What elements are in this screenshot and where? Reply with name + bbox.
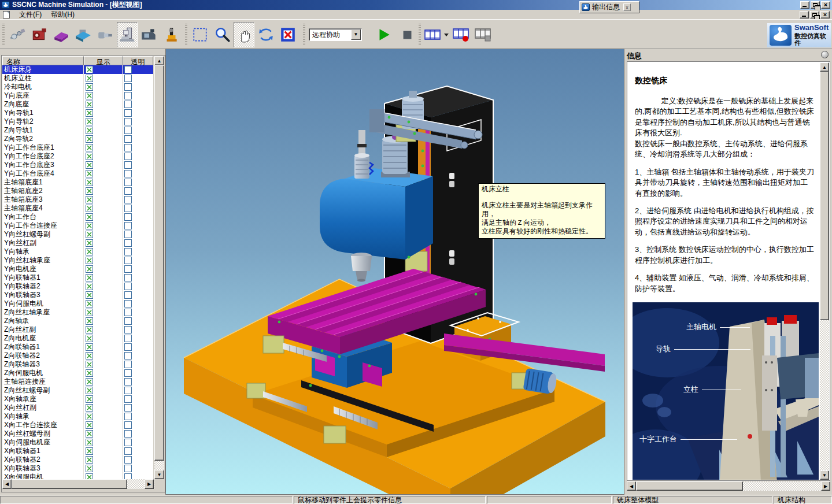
scroll-track[interactable] (743, 481, 821, 491)
show-checkbox[interactable] (86, 369, 93, 377)
table-row[interactable]: Y向电机座 (2, 265, 153, 273)
show-checkbox[interactable] (86, 421, 93, 429)
scroll-down-icon[interactable]: ▼ (820, 470, 829, 480)
show-checkbox[interactable] (86, 387, 93, 394)
table-row[interactable]: Y向轴承 (2, 247, 153, 256)
part-name[interactable]: Z向轴承 (2, 317, 84, 325)
show-checkbox[interactable] (86, 66, 93, 73)
part-name[interactable]: Z向丝杠轴承座 (2, 308, 84, 317)
show-checkbox[interactable] (86, 343, 93, 351)
child-minimize-button[interactable] (800, 11, 809, 18)
show-checkbox[interactable] (86, 283, 93, 290)
show-checkbox[interactable] (86, 135, 93, 143)
show-checkbox[interactable] (86, 309, 93, 316)
show-checkbox[interactable] (86, 83, 93, 91)
part-name[interactable]: Y向联轴器3 (2, 291, 84, 299)
part-name[interactable]: Y向伺服电机 (2, 299, 84, 308)
transparent-checkbox[interactable] (124, 196, 132, 203)
part-name[interactable]: X向伺服电机 (2, 473, 84, 479)
transparent-checkbox[interactable] (124, 66, 132, 73)
table-row[interactable]: Z向导轨2 (2, 135, 153, 143)
show-checkbox[interactable] (86, 413, 93, 420)
scroll-down-icon[interactable]: ▼ (154, 470, 164, 479)
show-checkbox[interactable] (86, 456, 93, 464)
table-row[interactable]: Y向联轴器1 (2, 273, 153, 282)
transparent-checkbox[interactable] (124, 343, 132, 351)
part-name[interactable]: X向轴承座 (2, 395, 84, 403)
transparent-checkbox[interactable] (124, 83, 132, 91)
part-name[interactable]: 机床床身 (2, 65, 84, 74)
part-name[interactable]: Y向工作台底座4 (2, 169, 84, 178)
table-row[interactable]: X向伺服电机座 (2, 438, 153, 447)
table-row[interactable]: Z向轴承 (2, 317, 153, 325)
transparent-checkbox[interactable] (124, 118, 132, 125)
transparent-checkbox[interactable] (124, 473, 132, 479)
horizontal-scroll-thumb[interactable] (636, 481, 743, 491)
rotate-view-icon[interactable] (256, 22, 276, 47)
part-name[interactable]: X向伺服电机座 (2, 438, 84, 447)
transparent-checkbox[interactable] (124, 352, 132, 360)
show-checkbox[interactable] (86, 222, 93, 229)
titlebar[interactable]: SSCNC Machine Simulation - [模型视图] × (0, 0, 832, 10)
part-name[interactable]: Z向电机座 (2, 334, 84, 343)
output-info-close-button[interactable]: x (623, 3, 631, 11)
horizontal-scroll-thumb[interactable] (12, 479, 127, 489)
column-header-show[interactable]: 显示 (84, 56, 123, 65)
table-row[interactable]: Z向丝杠副 (2, 325, 153, 334)
child-window-icon[interactable] (3, 11, 10, 18)
part-name[interactable]: X向联轴器2 (2, 455, 84, 464)
table-row[interactable]: Z向联轴器3 (2, 360, 153, 369)
table-row[interactable]: Z向联轴器2 (2, 351, 153, 360)
part-name[interactable]: Y向联轴器1 (2, 273, 84, 282)
table-row[interactable]: 主轴箱连接座 (2, 377, 153, 386)
show-checkbox[interactable] (86, 326, 93, 333)
show-checkbox[interactable] (86, 118, 93, 125)
remote-assist-dropdown[interactable]: 远程协助 ▼ (309, 28, 362, 41)
scroll-up-icon[interactable]: ▲ (154, 56, 164, 65)
workpiece-icon[interactable] (51, 22, 72, 47)
show-checkbox[interactable] (86, 92, 93, 99)
transparent-checkbox[interactable] (124, 248, 132, 255)
show-checkbox[interactable] (86, 101, 93, 108)
show-checkbox[interactable] (86, 439, 93, 446)
toolbar-grip[interactable] (419, 24, 421, 46)
column-header-transparent[interactable]: 透明 (123, 56, 153, 65)
transparent-checkbox[interactable] (124, 274, 132, 281)
milling-machine-icon[interactable] (117, 22, 138, 47)
table-row[interactable]: 冷却电机 (2, 83, 153, 91)
show-checkbox[interactable] (86, 239, 93, 247)
table-row[interactable]: X向工作台连接座 (2, 421, 153, 429)
table-row[interactable]: Z向导轨1 (2, 126, 153, 135)
menu-help[interactable]: 帮助(H) (46, 9, 79, 20)
show-checkbox[interactable] (86, 430, 93, 438)
tool-magazine-icon[interactable] (161, 22, 182, 47)
part-name[interactable]: Z向联轴器1 (2, 343, 84, 351)
transparent-checkbox[interactable] (124, 413, 132, 420)
part-name[interactable]: 主轴箱底座2 (2, 187, 84, 195)
transparent-checkbox[interactable] (124, 205, 132, 212)
transparent-checkbox[interactable] (124, 153, 132, 160)
transparent-checkbox[interactable] (124, 231, 132, 238)
show-checkbox[interactable] (86, 257, 93, 264)
part-name[interactable]: Y向电机座 (2, 265, 84, 273)
part-name[interactable]: Y向联轴器2 (2, 282, 84, 291)
table-row[interactable]: X向联轴器2 (2, 455, 153, 464)
table-row[interactable]: Y向导轨1 (2, 109, 153, 117)
cnc-lathe-icon[interactable] (139, 22, 160, 47)
transparent-checkbox[interactable] (124, 300, 132, 307)
transparent-checkbox[interactable] (124, 75, 132, 82)
transparent-checkbox[interactable] (124, 257, 132, 264)
table-row[interactable]: Y向底座 (2, 91, 153, 100)
stop-icon[interactable] (397, 22, 417, 47)
transparent-checkbox[interactable] (124, 439, 132, 446)
show-checkbox[interactable] (86, 265, 93, 273)
part-name[interactable]: Z向丝杠副 (2, 325, 84, 334)
child-restore-button[interactable] (810, 11, 819, 18)
show-checkbox[interactable] (86, 170, 93, 177)
model-viewport[interactable]: 机床立柱 机床立柱主要是对主轴箱起到支承作用， 满足主轴的Ｚ向运动， 立柱应具有… (166, 49, 624, 494)
table-row[interactable]: Y向导轨2 (2, 117, 153, 126)
show-checkbox[interactable] (86, 179, 93, 186)
transparent-checkbox[interactable] (124, 187, 132, 195)
table-row[interactable]: Y向联轴器2 (2, 282, 153, 291)
part-name[interactable]: 主轴箱连接座 (2, 377, 84, 386)
